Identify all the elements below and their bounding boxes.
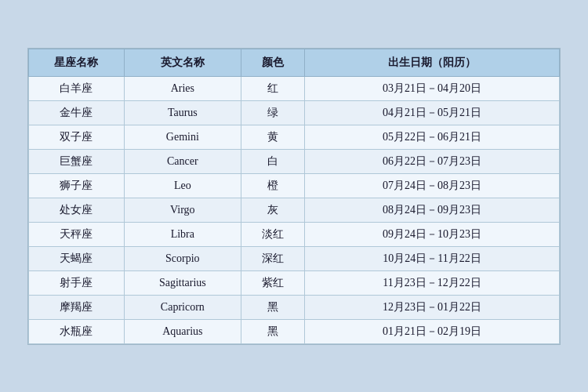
- cell-english: Capricorn: [124, 295, 241, 319]
- cell-date: 11月23日－12月22日: [305, 270, 560, 295]
- cell-date: 04月21日－05月21日: [305, 100, 560, 125]
- header-color: 颜色: [241, 49, 304, 76]
- cell-color: 紫红: [241, 270, 304, 295]
- cell-english: Aries: [124, 76, 241, 100]
- cell-date: 10月24日－11月22日: [305, 246, 560, 270]
- header-english: 英文名称: [124, 49, 241, 76]
- cell-date: 08月24日－09月23日: [305, 198, 560, 222]
- cell-english: Scorpio: [124, 246, 241, 270]
- cell-chinese: 金牛座: [29, 100, 125, 125]
- table-row: 天蝎座Scorpio深红10月24日－11月22日: [29, 246, 560, 270]
- cell-color: 灰: [241, 198, 304, 222]
- cell-color: 红: [241, 76, 304, 100]
- cell-english: Gemini: [124, 125, 241, 149]
- cell-chinese: 白羊座: [29, 76, 125, 100]
- cell-chinese: 射手座: [29, 270, 125, 295]
- cell-english: Leo: [124, 173, 241, 198]
- table-row: 天秤座Libra淡红09月24日－10月23日: [29, 222, 560, 246]
- cell-color: 淡红: [241, 222, 304, 246]
- cell-color: 白: [241, 149, 304, 173]
- cell-date: 09月24日－10月23日: [305, 222, 560, 246]
- cell-english: Cancer: [124, 149, 241, 173]
- zodiac-table-container: 星座名称 英文名称 颜色 出生日期（阳历） 白羊座Aries红03月21日－04…: [27, 48, 561, 345]
- cell-english: Libra: [124, 222, 241, 246]
- cell-english: Aquarius: [124, 319, 241, 343]
- cell-chinese: 天秤座: [29, 222, 125, 246]
- cell-color: 黄: [241, 125, 304, 149]
- cell-color: 黑: [241, 295, 304, 319]
- table-row: 摩羯座Capricorn黑12月23日－01月22日: [29, 295, 560, 319]
- table-row: 双子座Gemini黄05月22日－06月21日: [29, 125, 560, 149]
- table-header-row: 星座名称 英文名称 颜色 出生日期（阳历）: [29, 49, 560, 76]
- cell-date: 06月22日－07月23日: [305, 149, 560, 173]
- cell-english: Virgo: [124, 198, 241, 222]
- cell-chinese: 巨蟹座: [29, 149, 125, 173]
- cell-chinese: 水瓶座: [29, 319, 125, 343]
- cell-color: 绿: [241, 100, 304, 125]
- cell-english: Taurus: [124, 100, 241, 125]
- table-row: 处女座Virgo灰08月24日－09月23日: [29, 198, 560, 222]
- cell-chinese: 处女座: [29, 198, 125, 222]
- cell-chinese: 狮子座: [29, 173, 125, 198]
- cell-color: 深红: [241, 246, 304, 270]
- zodiac-table: 星座名称 英文名称 颜色 出生日期（阳历） 白羊座Aries红03月21日－04…: [28, 49, 560, 344]
- table-row: 白羊座Aries红03月21日－04月20日: [29, 76, 560, 100]
- cell-date: 01月21日－02月19日: [305, 319, 560, 343]
- cell-date: 03月21日－04月20日: [305, 76, 560, 100]
- table-row: 狮子座Leo橙07月24日－08月23日: [29, 173, 560, 198]
- header-date: 出生日期（阳历）: [305, 49, 560, 76]
- cell-color: 黑: [241, 319, 304, 343]
- cell-date: 12月23日－01月22日: [305, 295, 560, 319]
- table-row: 水瓶座Aquarius黑01月21日－02月19日: [29, 319, 560, 343]
- cell-color: 橙: [241, 173, 304, 198]
- table-row: 射手座Sagittarius紫红11月23日－12月22日: [29, 270, 560, 295]
- cell-chinese: 双子座: [29, 125, 125, 149]
- header-chinese: 星座名称: [29, 49, 125, 76]
- cell-english: Sagittarius: [124, 270, 241, 295]
- table-row: 金牛座Taurus绿04月21日－05月21日: [29, 100, 560, 125]
- table-row: 巨蟹座Cancer白06月22日－07月23日: [29, 149, 560, 173]
- cell-date: 07月24日－08月23日: [305, 173, 560, 198]
- cell-chinese: 摩羯座: [29, 295, 125, 319]
- cell-date: 05月22日－06月21日: [305, 125, 560, 149]
- cell-chinese: 天蝎座: [29, 246, 125, 270]
